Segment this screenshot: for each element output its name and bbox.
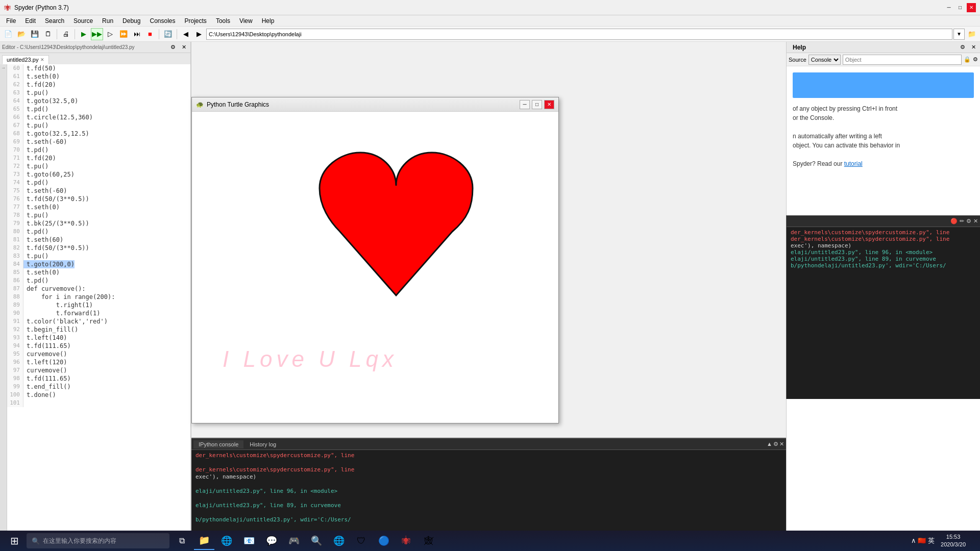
- traceback-line: elaji/untitled23.py", line 89, in curvem…: [791, 256, 976, 262]
- console-line: [195, 459, 782, 466]
- taskbar-file-explorer[interactable]: 📁: [194, 532, 214, 550]
- traceback-edit-icon[interactable]: ✏: [960, 218, 964, 224]
- taskbar-icon-9[interactable]: 🛡: [351, 532, 372, 550]
- console-settings-icon[interactable]: ⚙: [773, 441, 778, 447]
- code-line: 60t.fd(50): [7, 64, 190, 72]
- code-line: 78t.pu(): [7, 211, 190, 219]
- file-tab-close[interactable]: ✕: [40, 57, 44, 62]
- menu-search[interactable]: Search: [41, 16, 68, 26]
- taskbar-wechat[interactable]: 💬: [261, 532, 282, 550]
- show-desktop[interactable]: [972, 532, 976, 550]
- line-number: 80: [7, 228, 23, 236]
- taskbar-spyder-icon[interactable]: 🕷: [396, 532, 416, 550]
- taskbar-icon-10[interactable]: 🔵: [374, 532, 394, 550]
- new-file-button[interactable]: 📄: [2, 28, 14, 40]
- menu-edit[interactable]: Edit: [21, 16, 40, 26]
- step-button[interactable]: ⏭: [131, 28, 143, 40]
- menu-debug[interactable]: Debug: [118, 16, 144, 26]
- code-line: 68t.goto(32.5,12.5): [7, 130, 190, 138]
- file-tab-label: untitled23.py: [7, 57, 38, 63]
- console-tab-history[interactable]: History log: [244, 440, 281, 448]
- turtle-window: 🐢 Python Turtle Graphics ─ □ ✕ I Love U …: [191, 97, 559, 423]
- line-code: t.pd(): [23, 146, 48, 154]
- help-close-icon[interactable]: ✕: [969, 44, 978, 51]
- minimize-button[interactable]: ─: [944, 3, 953, 12]
- taskbar-icon-7[interactable]: 🔍: [306, 532, 327, 550]
- code-line: 82t.fd(50/(3**0.5)): [7, 244, 190, 252]
- editor-panel-close[interactable]: ✕: [180, 44, 188, 51]
- code-line: 71t.fd(20): [7, 154, 190, 162]
- taskbar-mail[interactable]: 📧: [239, 532, 259, 550]
- start-button[interactable]: ⊞: [4, 532, 24, 550]
- help-options-icon[interactable]: ⚙: [973, 56, 978, 63]
- run-button[interactable]: ▶: [78, 28, 90, 40]
- line-number: 83: [7, 252, 23, 260]
- menu-help[interactable]: Help: [258, 16, 279, 26]
- open-file-button[interactable]: 📂: [15, 28, 28, 40]
- code-line: 73t.goto(60,25): [7, 170, 190, 179]
- code-editor[interactable]: 60t.fd(50)61t.seth(0)62t.fd(20)63t.pu()6…: [7, 64, 190, 540]
- help-text-4: object. You can activate this behavior i…: [793, 141, 974, 150]
- code-line: 67t.pu(): [7, 121, 190, 130]
- help-settings-icon[interactable]: ⚙: [958, 44, 967, 51]
- help-tutorial-link[interactable]: tutorial: [844, 160, 863, 167]
- print-button[interactable]: 🖨: [60, 28, 72, 40]
- console-close-icon[interactable]: ✕: [779, 441, 784, 447]
- taskview-button[interactable]: ⧉: [172, 532, 192, 550]
- line-number: 85: [7, 268, 23, 277]
- turtle-minimize[interactable]: ─: [520, 100, 530, 109]
- file-tab-untitled23[interactable]: untitled23.py ✕: [2, 55, 49, 64]
- path-dropdown-button[interactable]: ▼: [953, 29, 965, 40]
- code-line: 65t.pd(): [7, 105, 190, 113]
- line-number: 77: [7, 203, 23, 211]
- console-tab-ipython[interactable]: IPython console: [193, 440, 243, 448]
- traceback-settings-icon[interactable]: ⚙: [966, 218, 971, 224]
- taskbar-icon-6[interactable]: 🎮: [284, 532, 304, 550]
- traceback-close-icon[interactable]: ✕: [973, 218, 978, 224]
- line-number: 91: [7, 317, 23, 325]
- path-input[interactable]: [206, 29, 952, 40]
- menu-view[interactable]: View: [235, 16, 257, 26]
- close-button[interactable]: ✕: [967, 3, 976, 12]
- taskbar-clock[interactable]: 15:53 2020/3/20: [941, 533, 966, 549]
- reload-button[interactable]: 🔄: [162, 28, 174, 40]
- forward-button[interactable]: ▶: [193, 28, 205, 40]
- taskbar-icon-12[interactable]: 🕸: [419, 532, 439, 550]
- source-select[interactable]: Console: [808, 55, 841, 65]
- run-selection-button[interactable]: ▷: [104, 28, 116, 40]
- maximize-button[interactable]: □: [955, 3, 965, 12]
- console-up-icon[interactable]: ▲: [767, 441, 772, 447]
- mail-icon: 📧: [243, 535, 255, 546]
- help-tab-label[interactable]: Help: [789, 44, 810, 51]
- editor-panel-settings[interactable]: ⚙: [168, 44, 178, 51]
- turtle-close[interactable]: ✕: [544, 100, 554, 109]
- code-line: 64t.goto(32.5,0): [7, 97, 190, 105]
- menu-source[interactable]: Source: [69, 16, 97, 26]
- menu-tools[interactable]: Tools: [212, 16, 234, 26]
- taskbar-icon-8[interactable]: 🌐: [329, 532, 349, 550]
- wechat-icon: 💬: [266, 535, 277, 546]
- taskbar-edge[interactable]: 🌐: [216, 532, 237, 550]
- save-button[interactable]: 💾: [29, 28, 41, 40]
- help-source-label: Source: [789, 57, 806, 63]
- code-line: 66t.circle(12.5,360): [7, 113, 190, 121]
- menu-projects[interactable]: Projects: [181, 16, 211, 26]
- menu-consoles[interactable]: Consoles: [145, 16, 179, 26]
- debug-button[interactable]: ⏩: [117, 28, 130, 40]
- browse-button[interactable]: 📁: [966, 28, 978, 40]
- run-cell-button[interactable]: ▶▶: [91, 28, 103, 40]
- console-line: [195, 481, 782, 488]
- help-lock-icon[interactable]: 🔒: [964, 56, 971, 63]
- turtle-maximize[interactable]: □: [532, 100, 542, 109]
- stop-button[interactable]: ■: [144, 28, 156, 40]
- save-all-button[interactable]: 🗒: [42, 28, 54, 40]
- taskbar-search[interactable]: 🔍 在这里输入你要搜索的内容: [27, 533, 169, 548]
- object-input[interactable]: [843, 55, 962, 65]
- menu-run[interactable]: Run: [98, 16, 117, 26]
- line-number: 68: [7, 130, 23, 138]
- line-number: 69: [7, 138, 23, 146]
- traceback-tab-bar: 🔴 ✏ ⚙ ✕: [787, 216, 980, 227]
- menu-file[interactable]: File: [2, 16, 20, 26]
- toolbar-sep-4: [177, 29, 177, 39]
- back-button[interactable]: ◀: [180, 28, 192, 40]
